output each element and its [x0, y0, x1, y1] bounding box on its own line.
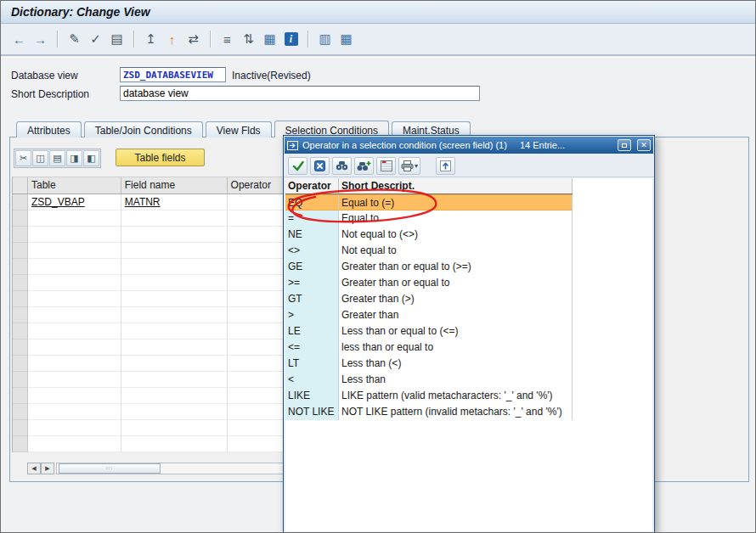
cell-table [28, 259, 121, 275]
scroll-left-icon[interactable]: ◀ [27, 463, 41, 474]
row-selector[interactable] [13, 356, 28, 372]
toolbar-separator [57, 31, 58, 48]
description-cell: Greater than (>) [339, 291, 573, 307]
description-cell: less than or equal to [339, 339, 573, 356]
scroll-right-icon[interactable]: ▶ [41, 463, 54, 474]
tab-attributes[interactable]: Attributes [16, 121, 82, 137]
operator-row[interactable]: <Less than [285, 372, 573, 388]
tab-table-join-conditions[interactable]: Table/Join Conditions [84, 121, 203, 137]
hierarchy-icon[interactable]: ≡ [217, 30, 237, 49]
dialog-entry-count: 14 Entrie... [520, 140, 612, 150]
row-selector[interactable] [13, 307, 28, 323]
window-title: Dictionary: Change View [11, 5, 150, 19]
print-button[interactable]: ▾ [398, 157, 420, 175]
operator-row[interactable]: =Equal to [285, 210, 573, 227]
cell-table [28, 243, 121, 259]
operator-row[interactable]: >Greater than [285, 307, 573, 323]
header-table: Table [28, 177, 121, 194]
table-contents-icon[interactable]: ▦ [260, 30, 279, 49]
append-view-icon[interactable]: ▦ [336, 30, 356, 49]
print-dropdown-icon: ▾ [415, 162, 418, 170]
scrollbar-thumb[interactable]: ∶∶∶ [59, 463, 161, 474]
operator-row[interactable]: <=less than or equal to [285, 339, 573, 356]
operator-row[interactable]: LELess than or equal to (<=) [285, 323, 573, 339]
operator-cell: GE [285, 259, 339, 275]
operator-cell: LE [285, 323, 339, 339]
operator-row[interactable]: EQEqual to (=) [285, 194, 573, 210]
short-description-label: Short Description [11, 88, 89, 100]
description-cell: Not equal to [339, 243, 573, 259]
info-icon[interactable]: i [281, 30, 301, 49]
operator-row[interactable]: >=Greater than or equal to [285, 275, 573, 291]
operator-row[interactable]: GTGreater than (>) [285, 291, 573, 307]
row-selector[interactable] [13, 420, 28, 436]
cell-field-name [121, 356, 228, 372]
cell-table[interactable]: ZSD_VBAP [28, 194, 121, 210]
operator-row[interactable]: NENot equal to (<>) [285, 227, 573, 243]
where-used-icon[interactable]: ↥ [141, 30, 161, 49]
row-selector[interactable] [13, 210, 28, 227]
accept-button[interactable] [288, 157, 307, 175]
minimize-button[interactable] [618, 139, 631, 151]
dialog-toolbar: ▾ [284, 154, 654, 177]
cell-table [28, 339, 121, 356]
row-selector[interactable] [13, 339, 28, 356]
find-next-button[interactable] [354, 157, 374, 175]
row-selector[interactable] [13, 388, 28, 404]
paste-icon[interactable]: ▤ [49, 150, 65, 166]
personal-list-button[interactable] [436, 157, 455, 175]
description-cell: Greater than or equal to (>=) [339, 259, 573, 275]
row-selector[interactable] [13, 323, 28, 339]
operator-cell: LT [285, 356, 339, 372]
row-selector[interactable] [13, 372, 28, 388]
operator-row[interactable]: LTLess than (<) [285, 356, 573, 372]
cancel-button[interactable] [310, 157, 330, 175]
cell-table [28, 436, 121, 452]
delete-row-icon[interactable]: ◧ [83, 150, 99, 166]
table-fields-button[interactable]: Table fields [116, 149, 205, 166]
binoculars-plus-icon [357, 160, 371, 171]
row-selector[interactable] [13, 243, 28, 259]
database-view-input[interactable] [120, 67, 226, 82]
row-selector[interactable] [13, 275, 28, 291]
row-selector[interactable] [13, 194, 28, 210]
scrollbar-track[interactable]: ∶∶∶ [56, 463, 284, 474]
find-button[interactable] [332, 157, 352, 175]
operator-row[interactable]: <>Not equal to [285, 243, 573, 259]
cut-icon[interactable]: ✂ [15, 150, 31, 166]
cell-field-name [121, 339, 228, 356]
indexes-icon[interactable]: ▥ [315, 30, 335, 49]
close-button[interactable]: ✕ [637, 139, 651, 151]
cell-table [28, 227, 121, 243]
dialog-body: Operator Short Descript. EQEqual to (=)=… [285, 178, 652, 531]
cell-field-name[interactable]: MATNR [121, 194, 228, 210]
insert-row-icon[interactable]: ◨ [66, 150, 82, 166]
compare-icon[interactable]: ⇄ [183, 30, 203, 49]
row-selector[interactable] [13, 227, 28, 243]
operator-list-header: Operator Short Descript. [285, 178, 573, 194]
consistency-check-icon[interactable]: ✓ [86, 30, 105, 49]
grid-toolbar: ✂ ◫ ▤ ◨ ◧ Table fields [14, 149, 101, 168]
operator-row[interactable]: LIKELIKE pattern (valid metacharacters: … [285, 388, 573, 404]
operator-cell: NOT LIKE [285, 404, 339, 420]
operator-row[interactable]: NOT LIKENOT LIKE pattern (invalid metach… [285, 404, 573, 420]
cell-field-name [121, 307, 228, 323]
cell-table [28, 404, 121, 420]
row-selector[interactable] [13, 259, 28, 275]
short-description-input[interactable] [120, 86, 480, 101]
row-selector[interactable] [13, 291, 28, 307]
copy-view-icon[interactable]: ▤ [107, 30, 127, 49]
tab-view-flds[interactable]: View Flds [206, 121, 272, 137]
row-selector[interactable] [13, 436, 28, 452]
cell-field-name [121, 210, 228, 227]
operator-cell: >= [285, 275, 339, 291]
copy-icon[interactable]: ◫ [32, 150, 48, 166]
display-change-icon[interactable]: ✎ [65, 30, 84, 49]
row-selector[interactable] [13, 404, 28, 420]
export-list-button[interactable] [376, 157, 396, 175]
forward-icon[interactable]: → [31, 30, 50, 49]
activate-icon[interactable]: ↑ [162, 30, 182, 49]
back-icon[interactable]: ← [9, 30, 29, 49]
sort-icon[interactable]: ⇅ [239, 30, 258, 49]
operator-row[interactable]: GEGreater than or equal to (>=) [285, 259, 573, 275]
